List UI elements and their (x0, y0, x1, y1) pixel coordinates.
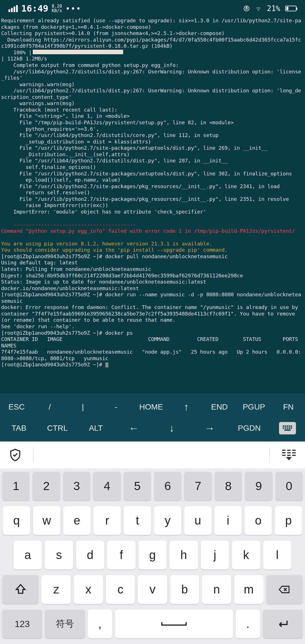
term-line: See 'docker run --help'. (1, 323, 304, 330)
term-line: Digest: sha256:8b95db3ff60c214f2208d3aef… (1, 273, 304, 279)
term-line: CONTAINER ID IMAGE COMMAND CREATED STATU… (1, 336, 304, 349)
term-line: ImportError: 'module' object has no attr… (1, 209, 304, 215)
term-key-pgdn[interactable]: PGDN (238, 424, 261, 433)
terminal-extra-keys: ESC/|-HOME↑ENDPGUPFN TABCTRLALT←↓→PGDN (0, 393, 305, 441)
key-0[interactable]: 0 (275, 472, 303, 501)
toggle-keyboard-icon[interactable] (279, 422, 296, 434)
term-line: File "/usr/lib64/python2.7/distutils/cor… (1, 132, 304, 139)
key-6[interactable]: 6 (154, 472, 181, 501)
shift-key[interactable] (2, 575, 39, 604)
expand-keyboard-icon[interactable] (281, 450, 297, 460)
key-2[interactable]: 2 (32, 472, 60, 501)
term-line: File "/usr/lib64/python2.7/distutils/dis… (1, 158, 304, 164)
numbers-key[interactable]: 123 (2, 610, 42, 638)
term-line: latest: Pulling from nondanee/unblocknet… (1, 266, 304, 273)
key-b[interactable]: b (170, 575, 199, 604)
key-1[interactable]: 1 (2, 472, 30, 501)
battery-pct: 21% (267, 4, 280, 13)
term-line: File "/tmp/pip-build-PA1Jzs/pyrsistent/s… (1, 119, 304, 126)
key-5[interactable]: 5 (124, 472, 151, 501)
wifi-icon (255, 5, 262, 12)
key-f[interactable]: f (107, 541, 135, 569)
key-w[interactable]: w (33, 506, 60, 535)
battery-icon (285, 6, 297, 11)
term-error-dashes: ---------------------------------------- (1, 221, 304, 228)
term-line: You are using pip version 8.1.2, however… (1, 241, 304, 247)
enter-key[interactable] (263, 610, 303, 638)
term-key-home[interactable]: HOME (139, 402, 163, 412)
term-line: Using default tag: latest (1, 260, 304, 266)
key-8[interactable]: 8 (215, 472, 242, 501)
key-7[interactable]: 7 (184, 472, 212, 501)
key-m[interactable]: m (234, 575, 263, 604)
term-key-esc[interactable]: ESC (7, 402, 27, 412)
signal-icon (8, 5, 18, 12)
term-line: _setup_distribution = dist = klass(attrs… (1, 139, 304, 145)
key-9[interactable]: 9 (245, 472, 272, 501)
term-key-←[interactable]: ← (124, 422, 144, 434)
key-t[interactable]: t (124, 506, 151, 535)
term-key-→[interactable]: → (200, 422, 220, 434)
key-p[interactable]: p (275, 506, 302, 535)
term-line: ep.load()(self, ep.name, value) (1, 177, 304, 183)
net-speed: 8.20 KB/s (52, 4, 62, 13)
key-q[interactable]: q (3, 506, 30, 535)
key-o[interactable]: o (245, 506, 272, 535)
term-key--[interactable]: - (106, 402, 126, 412)
term-error: Command "python setup.py egg_info" faile… (1, 228, 304, 234)
term-key-tab[interactable]: TAB (9, 424, 29, 433)
key-d[interactable]: d (76, 541, 104, 569)
backspace-key[interactable] (266, 575, 303, 604)
soft-keyboard: 1234567890 qwertyuiop asdfghjkl zxcvbnm … (0, 468, 305, 644)
key-s[interactable]: s (45, 541, 73, 569)
key-l[interactable]: l (263, 541, 291, 569)
key-u[interactable]: u (184, 506, 212, 535)
term-line: You should consider upgrading via the 'p… (1, 247, 304, 253)
term-line: /usr/lib64/python2.7/distutils/dist.py:2… (1, 88, 304, 100)
key-n[interactable]: n (202, 575, 231, 604)
term-key-end[interactable]: END (210, 402, 229, 412)
shield-check-icon[interactable] (8, 448, 22, 462)
key-c[interactable]: c (106, 575, 135, 604)
rotation-lock-icon (243, 5, 250, 12)
term-key-|[interactable]: | (73, 402, 93, 412)
key-e[interactable]: e (63, 506, 91, 535)
key-z[interactable]: z (42, 575, 71, 604)
term-line: Downloading https://mirrors.aliyun.com/p… (1, 37, 304, 49)
key-4[interactable]: 4 (93, 472, 121, 501)
key-v[interactable]: v (138, 575, 167, 604)
term-line (1, 215, 304, 221)
term-key-fn[interactable]: FN (278, 402, 298, 412)
svg-rect-1 (246, 8, 247, 9)
key-i[interactable]: i (214, 506, 242, 535)
key-g[interactable]: g (138, 541, 167, 569)
term-line: Complete output from command python setu… (1, 62, 304, 69)
term-key-↓[interactable]: ↓ (162, 422, 182, 434)
comma-key[interactable]: , (88, 610, 112, 638)
term-line: 7f4f7e15faab nondanee/unblockneteasemusi… (1, 349, 304, 362)
key-x[interactable]: x (74, 575, 103, 604)
term-line: [root@iZbp1anod9043uh2s775o9Z ~]# docker… (1, 291, 304, 304)
term-line: self.finalize_options() (1, 164, 304, 171)
key-y[interactable]: y (154, 506, 181, 535)
term-key-↑[interactable]: ↑ (177, 401, 196, 413)
term-key-/[interactable]: / (40, 402, 60, 412)
term-line: File "/usr/lib/python2.7/site-packages/s… (1, 171, 304, 177)
term-line: Requirement already satisfied (use --upg… (1, 18, 304, 30)
term-line: /usr/lib64/python2.7/distutils/dist.py:2… (1, 69, 304, 81)
key-h[interactable]: h (169, 541, 198, 569)
space-key[interactable] (115, 610, 233, 638)
term-key-pgup[interactable]: PGUP (243, 402, 265, 412)
terminal-output[interactable]: Requirement already satisfied (use --upg… (0, 17, 305, 393)
period-key[interactable]: . (236, 610, 260, 638)
term-line: raise ImportError(str(exc)) (1, 202, 304, 209)
key-a[interactable]: a (14, 541, 42, 569)
term-key-alt[interactable]: ALT (86, 424, 106, 433)
symbols-key[interactable]: 符号 (45, 610, 85, 638)
key-k[interactable]: k (232, 541, 260, 569)
key-3[interactable]: 3 (63, 472, 90, 501)
term-key-ctrl[interactable]: CTRL (47, 424, 68, 433)
key-j[interactable]: j (201, 541, 229, 569)
key-r[interactable]: r (93, 506, 121, 535)
term-line: Traceback (most recent call last): (1, 107, 304, 113)
